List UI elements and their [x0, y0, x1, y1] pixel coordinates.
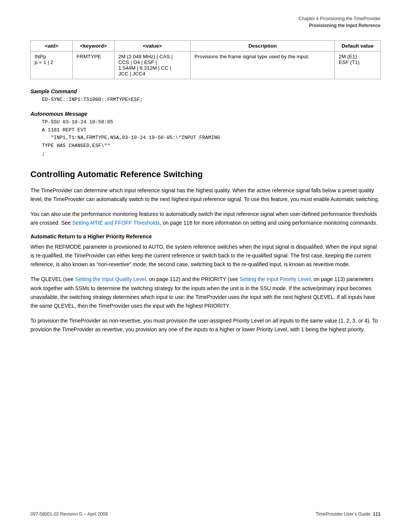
page-header: Chapter 4 Provisioning the TimeProvider … [30, 15, 381, 29]
cell-keyword: FRMTYPE [73, 51, 115, 79]
page-number: 111 [373, 511, 381, 517]
col-value: <value> [115, 41, 191, 51]
col-keyword: <keyword> [73, 41, 115, 51]
footer-product: TimeProvider User’s Guide [315, 511, 370, 517]
cell-description: Provisions the frame signal type used by… [191, 51, 335, 79]
sample-command-label: Sample Command [30, 88, 381, 94]
reference-table: <aid> <keyword> <value> Description Defa… [30, 40, 381, 79]
para-2-suffix: , on page 116 for more information on se… [160, 220, 378, 226]
autonomous-message-code: TP-SSU 03-10-24 10:50:05 A 1181 REPT EVT… [42, 118, 381, 158]
footer-left: 097-58001-02 Revision G – April 2008 [30, 511, 108, 517]
chapter-title: Chapter 4 Provisioning the TimeProvider [30, 15, 381, 22]
autonomous-message-section: Autonomous Message TP-SSU 03-10-24 10:50… [30, 111, 381, 158]
sample-command-code: ED-SYNC::INP1:TS1000::FRMTYPE=ESF; [42, 96, 381, 104]
page-footer: 097-58001-02 Revision G – April 2008 Tim… [30, 511, 381, 517]
mtie-link[interactable]: Setting MTIE and FFOFF Thresholds [72, 220, 160, 226]
section-heading: Controlling Automatic Reference Switchin… [30, 169, 381, 179]
col-default: Default value [335, 41, 381, 51]
para-2: You can also use the performance monitor… [30, 210, 381, 227]
para-3: When the REFMODE parameter is provisione… [30, 243, 381, 269]
sample-command-section: Sample Command ED-SYNC::INP1:TS1000::FRM… [30, 88, 381, 104]
cell-aid: INPpp = 1 | 2 [31, 51, 73, 79]
footer-right: TimeProvider User’s Guide 111 [315, 511, 381, 517]
para-1: The TimeProvider can determine which inp… [30, 186, 381, 204]
para-4-link1-suffix: , on page 112) and the PRIORITY (see [146, 276, 240, 282]
para-4-prefix: The QLEVEL (see [30, 276, 75, 282]
section-title: Provisioning the Input Reference [30, 22, 381, 29]
page: Chapter 4 Provisioning the TimeProvider … [0, 0, 411, 532]
cell-value: 2M (2.048 MHz) | CAS |CCS | D4 | ESF |1.… [115, 51, 191, 79]
para-4: The QLEVEL (see Setting the Input Qualit… [30, 275, 381, 310]
col-aid: <aid> [31, 41, 73, 51]
col-description: Description [191, 41, 335, 51]
priority-level-link[interactable]: Setting the Input Priority Level [239, 276, 311, 282]
para-5: To provision the TimeProvider as non-rev… [30, 316, 381, 334]
sub-heading: Automatic Return to a Higher Priority Re… [30, 233, 381, 240]
cell-default: 2M (E1)ESF (T1) [335, 51, 381, 79]
table-row: INPpp = 1 | 2 FRMTYPE 2M (2.048 MHz) | C… [31, 51, 381, 79]
quality-level-link[interactable]: Setting the Input Quality Level [75, 276, 146, 282]
autonomous-message-label: Autonomous Message [30, 111, 381, 117]
